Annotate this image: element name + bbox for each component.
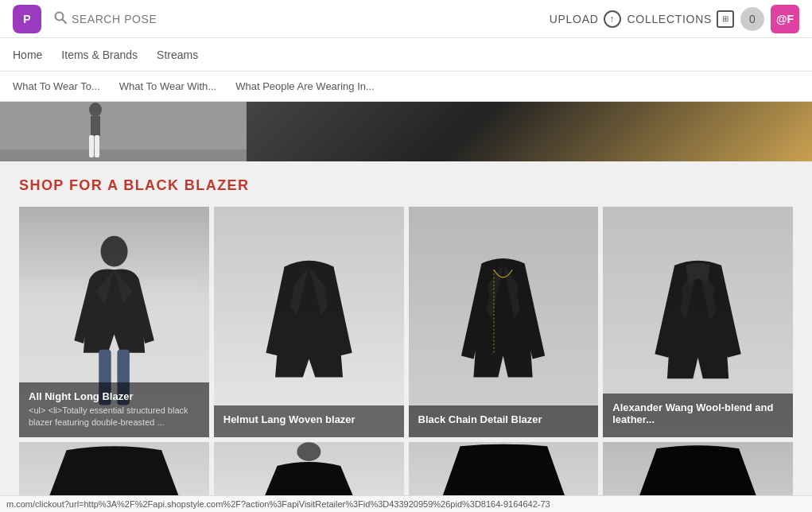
product-name-3: Black Chain Detail Blazer xyxy=(418,413,589,425)
main-content: SHOP FOR A BLACK BLAZER xyxy=(0,102,812,512)
upload-button[interactable]: UPLOAD ↑ xyxy=(550,10,621,28)
status-bar: m.com/clickout?url=http%3A%2F%2Fapi.shop… xyxy=(0,495,812,512)
product-card-1[interactable]: All Night Long Blazer <ul> <li>Totally e… xyxy=(19,207,209,437)
nav-what-to-wear-with[interactable]: What To Wear With... xyxy=(119,80,216,92)
third-navbar: What To Wear To... What To Wear With... … xyxy=(0,72,812,102)
nav-items-brands[interactable]: Items & Brands xyxy=(61,39,138,71)
collections-label: COLLECTIONS xyxy=(627,13,713,25)
collections-icon: ⊞ xyxy=(717,10,734,28)
collections-button[interactable]: COLLECTIONS ⊞ xyxy=(627,10,735,28)
nav-what-people-wearing[interactable]: What People Are Wearing In... xyxy=(235,80,375,92)
hero-image-right xyxy=(247,102,812,161)
svg-rect-3 xyxy=(0,149,247,161)
svg-point-8 xyxy=(100,236,127,267)
notification-badge[interactable]: 0 xyxy=(740,7,764,31)
svg-point-11 xyxy=(297,442,321,461)
top-navbar: P SEARCH POSE UPLOAD ↑ COLLECTIONS ⊞ 0 @… xyxy=(0,0,812,38)
top-nav-right: UPLOAD ↑ COLLECTIONS ⊞ 0 @F xyxy=(550,5,799,33)
product-overlay-2: Helmut Lang Woven blazer xyxy=(214,405,404,437)
upload-icon: ↑ xyxy=(604,10,621,28)
product-image-3 xyxy=(409,207,599,437)
svg-rect-5 xyxy=(91,116,100,136)
user-avatar-button[interactable]: @F xyxy=(771,5,799,33)
shop-title: SHOP FOR A BLACK BLAZER xyxy=(19,177,793,194)
nav-streams[interactable]: Streams xyxy=(157,39,198,71)
product-overlay-3: Black Chain Detail Blazer xyxy=(409,405,599,437)
product-desc-1: <ul> <li>Totally essential structured bl… xyxy=(29,405,200,428)
product-name-4: Alexander Wang Wool-blend and leather... xyxy=(612,401,783,425)
search-label: SEARCH POSE xyxy=(72,13,157,25)
product-grid-row1: All Night Long Blazer <ul> <li>Totally e… xyxy=(19,207,793,437)
svg-line-1 xyxy=(63,20,67,24)
product-card-2[interactable]: Helmut Lang Woven blazer xyxy=(214,207,404,437)
product-card-3[interactable]: Black Chain Detail Blazer xyxy=(409,207,599,437)
shop-section: SHOP FOR A BLACK BLAZER xyxy=(0,161,812,512)
svg-rect-6 xyxy=(89,135,94,157)
product-name-2: Helmut Lang Woven blazer xyxy=(223,413,394,425)
second-navbar: Home Items & Brands Streams xyxy=(0,38,812,72)
svg-rect-7 xyxy=(95,135,99,157)
hero-strip xyxy=(0,102,812,161)
search-area[interactable]: SEARCH POSE xyxy=(54,11,157,26)
product-overlay-1: All Night Long Blazer <ul> <li>Totally e… xyxy=(19,382,209,437)
nav-home[interactable]: Home xyxy=(13,39,42,71)
search-icon xyxy=(54,11,67,26)
product-card-4[interactable]: Alexander Wang Wool-blend and leather... xyxy=(603,207,793,437)
product-name-1: All Night Long Blazer xyxy=(29,390,200,402)
product-overlay-4: Alexander Wang Wool-blend and leather... xyxy=(603,394,793,437)
svg-point-4 xyxy=(89,103,102,117)
logo[interactable]: P xyxy=(13,5,41,33)
upload-label: UPLOAD xyxy=(550,13,599,25)
hero-image-left xyxy=(0,102,247,161)
nav-what-to-wear[interactable]: What To Wear To... xyxy=(13,80,100,92)
product-image-2 xyxy=(214,207,404,437)
